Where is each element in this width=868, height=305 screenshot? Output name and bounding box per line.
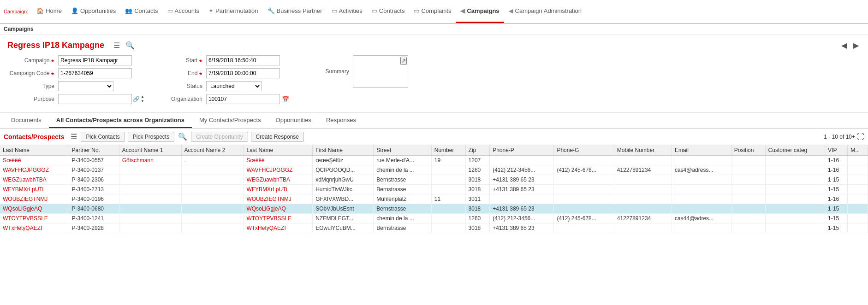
nav-accounts[interactable]: ▭ Accounts xyxy=(163,0,204,23)
col-phoneg: Phone-G xyxy=(554,145,614,156)
tab-allcontacts[interactable]: All Contacts/Prospects across Organizati… xyxy=(49,113,192,128)
table-cell-link[interactable]: Sœèëè xyxy=(3,157,21,164)
table-cell-link[interactable]: WFYBMXrLpUTi xyxy=(246,186,287,193)
table-cell-link[interactable]: WQsoLiGgjeAQ xyxy=(3,205,42,212)
organization-picker-button[interactable]: 📅 xyxy=(280,95,291,104)
nav-campaigns[interactable]: ◀ Campaigns xyxy=(456,0,504,23)
organization-field-row: Organization 📅 xyxy=(155,94,291,104)
purpose-field-row: Purpose 🔗 ▲ ▼ xyxy=(7,94,144,104)
nav-partnermutation[interactable]: ✦ Partnermutation xyxy=(204,0,263,23)
table-scroll-container[interactable]: Last Name Partner No. Account Name 1 Acc… xyxy=(0,145,868,233)
nav-campaignadmin[interactable]: ◀ Campaign Administration xyxy=(504,0,587,23)
nav-home[interactable]: 🏠 Home xyxy=(32,0,66,23)
table-cell-link[interactable]: WEGZuawbhTBA xyxy=(246,176,290,183)
status-field-row: Status Launched xyxy=(155,81,291,91)
pick-contacts-button[interactable]: Pick Contacts xyxy=(81,132,125,142)
nav-contracts[interactable]: ▭ Contracts xyxy=(367,0,410,23)
pick-prospects-button[interactable]: Pick Prospects xyxy=(128,132,174,142)
organization-field-input[interactable] xyxy=(206,94,280,104)
status-field-select[interactable]: Launched xyxy=(206,81,262,91)
campaigncode-field-input[interactable] xyxy=(58,68,132,78)
col-position: Position xyxy=(731,145,765,156)
table-cell-link[interactable]: WAVFHCJPGGGZ xyxy=(3,167,49,173)
table-cell: 3018 xyxy=(465,223,490,233)
table-cell: EGwulYCuBM... xyxy=(313,223,374,233)
table-cell xyxy=(672,223,731,233)
expand-button[interactable]: ⛶ xyxy=(857,133,864,141)
table-cell: P-3400-0196 xyxy=(69,194,119,204)
create-opportunity-button[interactable]: Create Opportunity xyxy=(191,132,248,142)
purpose-link-button[interactable]: 🔗 xyxy=(133,96,140,102)
table-cell-link[interactable]: WQsoLiGgjeAQ xyxy=(246,205,285,212)
campaignadmin-icon: ◀ xyxy=(509,7,513,14)
table-cell: chemin de la ... xyxy=(374,165,431,175)
table-toolbar: Contacts/Prospects ☰ Pick Contacts Pick … xyxy=(0,129,868,145)
table-cell xyxy=(672,175,731,185)
table-cell: 3011 xyxy=(465,194,490,204)
toolbar-menu-button[interactable]: ☰ xyxy=(70,131,78,142)
type-field-select[interactable] xyxy=(58,81,113,91)
table-cell-link[interactable]: WOUBZIEGTNMJ xyxy=(246,196,291,202)
purpose-field-input[interactable] xyxy=(58,94,132,104)
table-cell-link[interactable]: WOUBZIEGTNMJ xyxy=(3,196,48,202)
nav-activities[interactable]: ▭ Activities xyxy=(327,0,367,23)
form-menu-button[interactable]: ☰ xyxy=(112,40,122,51)
table-cell xyxy=(731,194,765,204)
table-cell-link[interactable]: WEGZuawbhTBA xyxy=(3,176,47,183)
table-cell-link[interactable]: Götschmann xyxy=(122,157,154,164)
table-cell xyxy=(848,156,868,165)
nav-contacts[interactable]: 👥 Contacts xyxy=(120,0,162,23)
table-cell xyxy=(614,194,672,204)
table-cell xyxy=(181,223,244,233)
purpose-up-arrow[interactable]: ▲ xyxy=(141,94,144,99)
tab-mycontacts[interactable]: My Contacts/Prospects xyxy=(192,113,268,128)
table-row: WFYBMXrLpUTiP-3400-2713WFYBMXrLpUTiHumid… xyxy=(0,185,868,194)
table-cell: xdMqnrjuhGwU xyxy=(313,175,374,185)
toolbar-table-search-button[interactable]: 🔍 xyxy=(177,131,188,142)
table-cell-link[interactable]: WTOYTPVBSSLE xyxy=(3,215,48,222)
nav-activities-label: Activities xyxy=(339,7,363,14)
col-vip: VIP xyxy=(825,145,848,156)
campaign-field-input[interactable] xyxy=(58,55,132,65)
table-cell-link[interactable]: WTOYTPVBSSLE xyxy=(246,215,291,222)
table-cell xyxy=(848,214,868,223)
table-cell xyxy=(731,185,765,194)
nav-opportunities-label: Opportunities xyxy=(80,7,116,14)
create-response-button[interactable]: Create Response xyxy=(251,132,304,142)
top-navigation: Campaign: 🏠 Home 👤 Opportunities 👥 Conta… xyxy=(0,0,868,24)
activities-icon: ▭ xyxy=(332,7,337,14)
end-field-row: End xyxy=(155,68,291,78)
table-cell-link[interactable]: WFYBMXrLpUTi xyxy=(3,186,43,193)
nav-businesspartner[interactable]: 🔧 Business Partner xyxy=(263,0,327,23)
col-zip: Zip xyxy=(465,145,490,156)
start-field-input[interactable] xyxy=(206,55,280,65)
table-cell xyxy=(848,175,868,185)
table-cell-link[interactable]: WTxHetyQAEZI xyxy=(246,225,285,231)
table-cell xyxy=(765,223,825,233)
col-m: M... xyxy=(848,145,868,156)
table-cell: chemin de la ... xyxy=(374,214,431,223)
tab-opportunities[interactable]: Opportunities xyxy=(268,113,319,128)
tab-responses[interactable]: Responses xyxy=(319,113,363,128)
table-cell-link[interactable]: Sœèëè xyxy=(246,157,264,164)
end-field-input[interactable] xyxy=(206,68,280,78)
table-cell: 3018 xyxy=(465,185,490,194)
table-cell-link[interactable]: WAVFHCJPGGGZ xyxy=(246,167,292,173)
col-phonep: Phone-P xyxy=(490,145,554,156)
form-prev-button[interactable]: ◀ xyxy=(839,40,849,51)
form-next-button[interactable]: ▶ xyxy=(851,40,861,51)
nav-opportunities[interactable]: 👤 Opportunities xyxy=(66,0,120,23)
purpose-down-arrow[interactable]: ▼ xyxy=(141,99,144,104)
table-cell-link[interactable]: WTxHetyQAEZI xyxy=(3,225,42,231)
table-cell: . xyxy=(181,156,244,165)
table-cell xyxy=(490,194,554,204)
campaigncode-field-row: Campaign Code xyxy=(7,68,144,78)
summary-expand-button[interactable]: ↗ xyxy=(400,57,407,65)
nav-complaints[interactable]: ▭ Complaints xyxy=(409,0,456,23)
tab-documents[interactable]: Documents xyxy=(4,113,49,128)
col-accountname1: Account Name 1 xyxy=(119,145,181,156)
contracts-icon: ▭ xyxy=(372,7,377,14)
table-cell: P-3400-0680 xyxy=(69,204,119,214)
form-columns: Campaign Campaign Code Type Purpose 🔗 xyxy=(7,55,861,107)
form-search-button[interactable]: 🔍 xyxy=(124,40,137,51)
